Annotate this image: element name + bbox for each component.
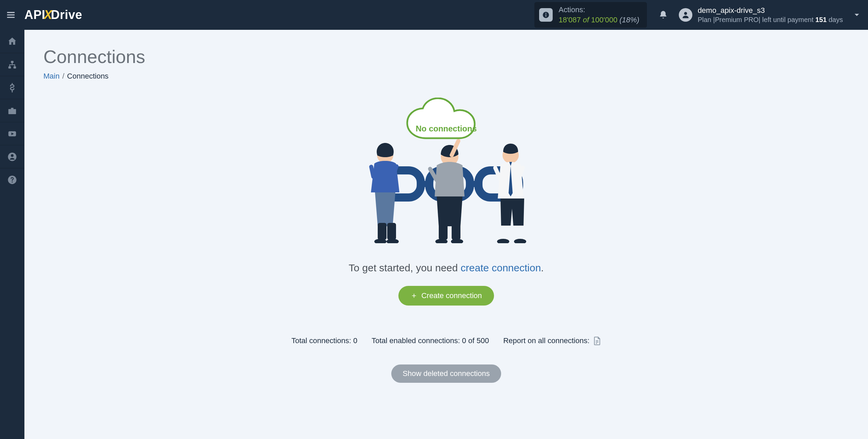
breadcrumb-current: Connections [67,72,108,80]
sidebar-item-services[interactable] [0,99,24,122]
no-connections-illustration: No connections [351,98,541,243]
actions-label: Actions: [559,5,639,15]
svg-rect-8 [8,66,11,68]
svg-point-16 [12,181,13,182]
create-connection-button[interactable]: Create connection [398,286,494,306]
sidebar-item-account[interactable] [0,145,24,168]
create-connection-link[interactable]: create connection [461,262,541,273]
info-icon [539,8,553,22]
user-text: demo_apix-drive_s3 Plan |Premium PRO| le… [698,6,843,24]
download-report-button[interactable] [593,336,601,346]
svg-point-6 [684,12,687,15]
user-plan: Plan |Premium PRO| left until payment 15… [698,15,843,24]
sidebar-item-billing[interactable] [0,76,24,99]
user-menu[interactable]: demo_apix-drive_s3 Plan |Premium PRO| le… [679,6,843,24]
create-button-label: Create connection [421,291,482,300]
show-deleted-connections-button[interactable]: Show deleted connections [391,364,501,383]
actions-used: 18'087 [559,16,581,24]
breadcrumb-main-link[interactable]: Main [43,72,60,80]
stat-report-label: Report on all connections: [503,336,589,345]
hamburger-icon [6,10,16,20]
header: APIXDrive Actions: 18'087of100'000(18%) … [0,0,868,30]
logo-api: API [24,8,45,22]
actions-pct: (18%) [617,16,639,24]
sitemap-icon [7,60,17,70]
actions-total: 100'000 [591,16,617,24]
avatar [679,8,692,22]
help-icon [7,175,17,185]
sidebar-item-home[interactable] [0,30,24,53]
stat-report: Report on all connections: [503,336,601,346]
main: Connections Main/Connections No connecti… [24,30,868,399]
get-started-suffix: . [541,262,544,273]
page-title: Connections [43,46,849,67]
svg-rect-26 [387,223,396,240]
svg-point-39 [497,239,509,243]
sidebar-item-help[interactable] [0,168,24,191]
user-menu-chevron[interactable] [852,11,861,19]
stat-total: Total connections: 0 [292,336,357,345]
empty-state: No connections [43,98,849,383]
user-name: demo_apix-drive_s3 [698,6,843,16]
get-started-text: To get started, you need create connecti… [349,262,544,274]
svg-point-5 [545,13,546,14]
cloud-label: No connections [416,124,477,133]
svg-rect-9 [14,66,16,68]
svg-rect-0 [7,12,15,13]
logo-drive: Drive [51,8,82,22]
svg-rect-7 [11,61,14,63]
svg-point-14 [11,154,14,157]
logo-x: X [44,8,53,22]
svg-rect-11 [11,108,14,109]
dollar-icon [7,83,17,93]
stats-row: Total connections: 0 Total enabled conne… [292,336,601,346]
file-icon [593,336,601,346]
chevron-down-icon [852,11,861,19]
breadcrumb: Main/Connections [43,72,849,81]
svg-rect-2 [7,17,15,18]
stat-enabled: Total enabled connections: 0 of 500 [372,336,489,345]
sidebar [0,30,24,439]
get-started-prefix: To get started, you need [349,262,460,273]
briefcase-icon [7,106,17,116]
notifications-button[interactable] [656,8,670,22]
svg-rect-10 [8,109,16,114]
youtube-icon [7,129,17,139]
user-icon [681,11,690,19]
sidebar-item-connections[interactable] [0,53,24,76]
plus-icon [411,292,417,299]
svg-rect-1 [7,14,15,15]
breadcrumb-sep: / [60,72,67,80]
logo[interactable]: APIXDrive [24,8,82,22]
svg-rect-33 [452,223,460,240]
actions-text: Actions: 18'087of100'000(18%) [559,5,639,25]
svg-rect-4 [546,14,546,17]
actions-of: of [581,16,591,24]
svg-point-40 [514,239,526,243]
home-icon [7,36,17,46]
actions-pill[interactable]: Actions: 18'087of100'000(18%) [534,2,647,27]
svg-rect-25 [378,223,387,240]
svg-rect-32 [439,223,448,240]
bell-icon [658,10,668,20]
hamburger-menu-button[interactable] [4,8,18,22]
actions-values: 18'087of100'000(18%) [559,15,639,25]
user-icon [7,152,17,162]
cloud-icon [402,98,490,147]
sidebar-item-video[interactable] [0,122,24,145]
